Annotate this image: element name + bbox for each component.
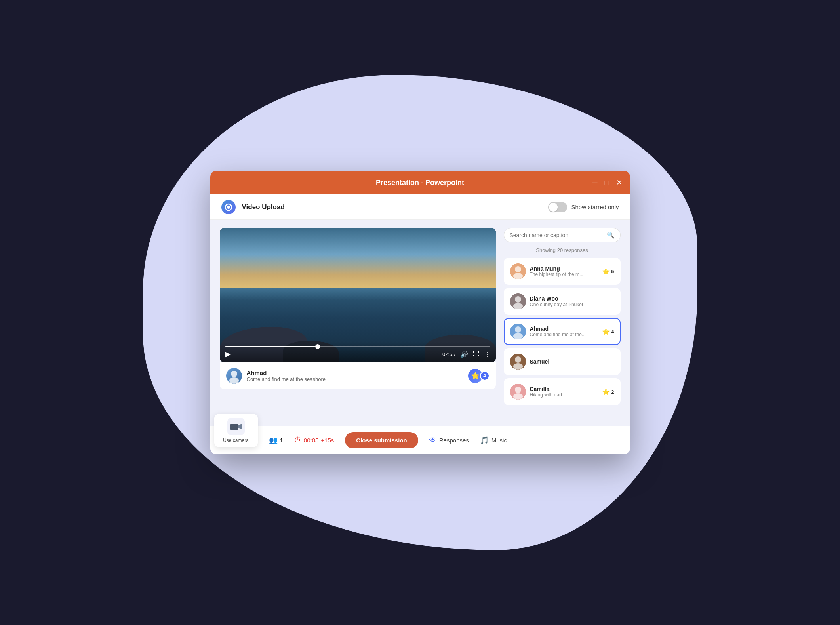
- response-info-samuel: Samuel: [530, 358, 614, 365]
- video-player[interactable]: ▶ 02:55 🔊 ⛶ ⋮: [220, 228, 496, 362]
- response-card-ahmad[interactable]: Ahmad Come and find me at the... ⭐ 4: [504, 318, 621, 345]
- response-card-samuel[interactable]: Samuel: [504, 348, 621, 375]
- response-caption-diana: One sunny day at Phuket: [530, 302, 614, 307]
- responses-count: Showing 20 responses: [504, 246, 621, 254]
- response-name-ahmad: Ahmad: [530, 326, 598, 332]
- responses-panel: 🔍 Showing 20 responses: [504, 228, 621, 418]
- svg-point-5: [515, 266, 521, 272]
- video-progress-bar[interactable]: [225, 346, 490, 347]
- response-name-anna: Anna Mung: [530, 265, 598, 272]
- svg-point-3: [229, 377, 239, 384]
- response-info-camilla: Camilla Hiking with dad: [530, 386, 598, 398]
- timer-icon: ⏱: [294, 436, 301, 444]
- app-window: Presentation - Powerpoint ─ □ ✕ Video Up…: [210, 171, 630, 454]
- submitter-caption: Come and find me at the seashore: [247, 376, 463, 382]
- maximize-button[interactable]: □: [605, 179, 609, 186]
- volume-button[interactable]: 🔊: [460, 351, 468, 358]
- response-name-samuel: Samuel: [530, 358, 614, 365]
- close-button[interactable]: ✕: [616, 179, 622, 186]
- search-box[interactable]: 🔍: [504, 228, 621, 242]
- camera-widget[interactable]: Use camera: [214, 414, 258, 447]
- star-count: 4: [480, 371, 490, 381]
- star-icon-camilla: ⭐: [602, 388, 610, 396]
- star-icon-ahmad: ⭐: [602, 328, 610, 335]
- video-controls: ▶ 02:55 🔊 ⛶ ⋮: [220, 342, 496, 362]
- timer-extra: +15s: [321, 437, 334, 444]
- avatar-diana: [510, 293, 526, 309]
- response-star-ahmad: ⭐ 4: [602, 328, 614, 335]
- response-caption-ahmad: Come and find me at the...: [530, 332, 598, 337]
- submission-info: Ahmad Come and find me at the seashore ⭐…: [220, 362, 496, 389]
- toggle-label: Show starred only: [571, 204, 619, 210]
- response-card-anna[interactable]: Anna Mung The highest tip of the m... ⭐ …: [504, 258, 621, 285]
- star-num-anna: 5: [611, 269, 614, 274]
- star-icon-anna: ⭐: [602, 268, 610, 275]
- svg-point-15: [513, 363, 523, 370]
- music-label: Music: [491, 437, 507, 444]
- timer-stat: ⏱ 00:05 +15s: [294, 436, 334, 444]
- time-display: 02:55: [442, 351, 455, 357]
- close-submission-button[interactable]: Close submission: [345, 432, 418, 448]
- response-caption-camilla: Hiking with dad: [530, 392, 598, 398]
- timer-value: 00:05: [304, 437, 319, 444]
- response-info-ahmad: Ahmad Come and find me at the...: [530, 326, 598, 337]
- app-logo: [221, 200, 236, 214]
- svg-point-8: [515, 296, 521, 303]
- controls-row: ▶ 02:55 🔊 ⛶ ⋮: [225, 350, 490, 358]
- video-section: ▶ 02:55 🔊 ⛶ ⋮: [220, 228, 496, 418]
- svg-point-9: [513, 303, 523, 309]
- star-num-camilla: 2: [611, 389, 614, 395]
- responses-icon: 👁: [429, 436, 436, 444]
- app-header: Video Upload Show starred only: [210, 194, 630, 220]
- music-action[interactable]: 🎵 Music: [480, 436, 507, 445]
- response-info-anna: Anna Mung The highest tip of the m...: [530, 265, 598, 277]
- camera-icon-box: [227, 418, 245, 435]
- camera-label: Use camera: [223, 438, 249, 443]
- response-star-anna: ⭐ 5: [602, 268, 614, 275]
- svg-point-6: [513, 273, 523, 279]
- response-card-diana[interactable]: Diana Woo One sunny day at Phuket: [504, 288, 621, 315]
- fullscreen-button[interactable]: ⛶: [473, 351, 479, 358]
- submitter-text: Ahmad Come and find me at the seashore: [247, 370, 463, 382]
- window-controls: ─ □ ✕: [592, 179, 622, 186]
- participants-count: 1: [280, 437, 283, 444]
- search-icon: 🔍: [607, 231, 615, 239]
- svg-rect-19: [230, 424, 238, 430]
- star-num-ahmad: 4: [611, 329, 614, 335]
- submitter-avatar: [226, 368, 242, 384]
- svg-point-2: [231, 371, 237, 377]
- responses-action[interactable]: 👁 Responses: [429, 436, 469, 444]
- window-title: Presentation - Powerpoint: [376, 179, 464, 187]
- play-button[interactable]: ▶: [225, 350, 231, 358]
- avatar-anna: [510, 263, 526, 279]
- participants-icon: 👥: [269, 436, 278, 445]
- avatar-ahmad: [510, 324, 526, 339]
- more-button[interactable]: ⋮: [484, 351, 490, 358]
- submitter-name: Ahmad: [247, 370, 463, 376]
- music-icon: 🎵: [480, 436, 489, 445]
- svg-point-11: [515, 326, 521, 333]
- video-progress-fill: [225, 346, 318, 347]
- avatar-camilla: [510, 384, 526, 400]
- svg-point-14: [515, 356, 521, 363]
- response-name-camilla: Camilla: [530, 386, 598, 392]
- response-caption-anna: The highest tip of the m...: [530, 272, 598, 277]
- title-bar: Presentation - Powerpoint ─ □ ✕: [210, 171, 630, 194]
- response-info-diana: Diana Woo One sunny day at Phuket: [530, 295, 614, 307]
- participants-stat: 👥 1: [269, 436, 283, 445]
- response-card-camilla[interactable]: Camilla Hiking with dad ⭐ 2: [504, 378, 621, 405]
- svg-point-18: [513, 393, 523, 400]
- response-star-camilla: ⭐ 2: [602, 388, 614, 396]
- response-name-diana: Diana Woo: [530, 295, 614, 302]
- star-badge: ⭐ 4: [468, 369, 490, 383]
- responses-scroll-wrapper: Anna Mung The highest tip of the m... ⭐ …: [504, 258, 621, 405]
- minimize-button[interactable]: ─: [592, 179, 598, 186]
- show-starred-toggle[interactable]: [548, 202, 567, 212]
- avatar-initials: [226, 368, 242, 384]
- responses-label: Responses: [439, 437, 469, 444]
- response-list: Anna Mung The highest tip of the m... ⭐ …: [504, 258, 621, 405]
- progress-thumb: [315, 344, 320, 349]
- svg-point-17: [515, 387, 521, 393]
- app-title: Video Upload: [242, 203, 285, 211]
- search-input[interactable]: [510, 232, 604, 238]
